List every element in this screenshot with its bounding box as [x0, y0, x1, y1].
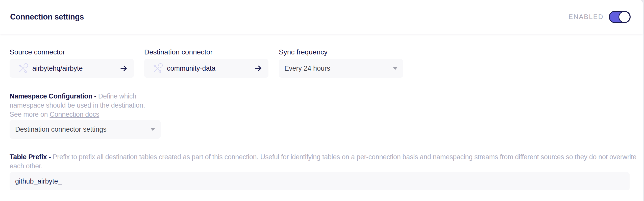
arrow-right-icon	[120, 64, 128, 72]
source-connector-field: Source connector airbytehq/airbyte	[10, 48, 134, 78]
connection-enabled-toggle[interactable]	[609, 11, 631, 23]
connection-settings-panel: Connection settings ENABLED Source conne…	[0, 0, 643, 201]
namespace-configuration-select[interactable]: Destination connector settings	[10, 120, 161, 139]
header: Connection settings ENABLED	[0, 0, 643, 34]
table-prefix-description: Prefix to prefix all destination tables …	[10, 153, 636, 170]
settings-content: Source connector airbytehq/airbyte	[0, 34, 643, 190]
enabled-label: ENABLED	[568, 13, 604, 21]
destination-connector-card[interactable]: community-data	[144, 59, 268, 78]
source-connector-name: airbytehq/airbyte	[32, 65, 120, 72]
destination-connector-field: Destination connector community-data	[144, 48, 268, 78]
sync-frequency-field: Sync frequency Every 24 hours	[279, 48, 403, 78]
sync-frequency-select[interactable]: Every 24 hours	[279, 59, 403, 78]
destination-connector-label: Destination connector	[144, 48, 268, 56]
table-prefix-section: Table Prefix - Prefix to prefix all dest…	[10, 152, 640, 190]
table-prefix-text: Table Prefix - Prefix to prefix all dest…	[10, 152, 640, 171]
namespace-configuration-title: Namespace Configuration -	[10, 92, 96, 100]
arrow-right-icon	[254, 64, 262, 72]
enabled-status-group: ENABLED	[568, 11, 631, 23]
namespace-configuration-text: Namespace Configuration - Define which n…	[10, 92, 153, 119]
chevron-down-icon	[151, 128, 155, 131]
sync-frequency-label: Sync frequency	[279, 48, 403, 56]
chevron-down-icon	[393, 67, 398, 70]
namespace-configuration-value: Destination connector settings	[15, 126, 107, 133]
table-prefix-input[interactable]	[10, 172, 630, 190]
source-connector-card[interactable]: airbytehq/airbyte	[10, 59, 134, 78]
sync-frequency-value: Every 24 hours	[284, 65, 330, 72]
page-title: Connection settings	[10, 12, 84, 22]
toggle-knob	[618, 11, 630, 23]
table-prefix-title: Table Prefix -	[10, 153, 51, 161]
namespace-configuration-section: Namespace Configuration - Define which n…	[10, 92, 153, 139]
tools-icon	[18, 63, 28, 74]
source-connector-label: Source connector	[10, 48, 134, 56]
destination-connector-name: community-data	[167, 65, 254, 72]
tools-icon	[152, 63, 163, 74]
connector-fields-row: Source connector airbytehq/airbyte	[10, 48, 643, 78]
connection-docs-link[interactable]: Connection docs	[50, 111, 100, 118]
